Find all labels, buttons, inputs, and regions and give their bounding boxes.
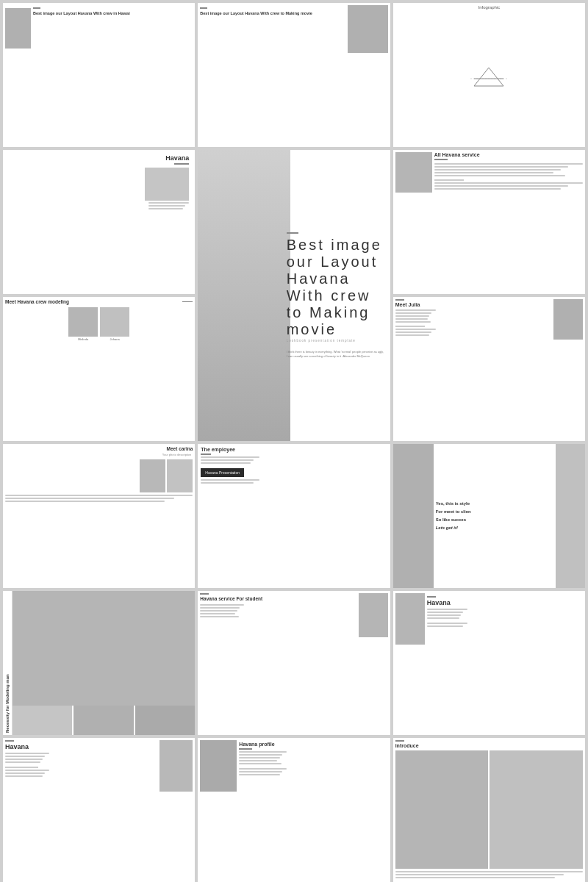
- slide-best-image-hawai: Best image our Layout Havana With crew i…: [3, 3, 195, 147]
- svg-line-2: [489, 68, 503, 86]
- slide-title: Meet Julia: [395, 302, 551, 307]
- slide-title: All Havana service: [434, 152, 583, 157]
- slide-meet-julia: Meet Julia: [393, 297, 585, 441]
- slide-lines: Yes, this is style For meet to clien So …: [436, 500, 553, 531]
- slide-havana-text: Havana: [3, 738, 195, 882]
- slide-title: Meet Havana crew modeling: [5, 299, 182, 304]
- slide-havana-profile: Havana profile: [198, 738, 390, 882]
- slide-title: Havana: [5, 743, 157, 750]
- havana-quote: I think there is beauty in everything. W…: [287, 350, 384, 359]
- slide-title: Best image our Layout Havana With crew t…: [200, 10, 345, 16]
- name-melinda: Melinda: [68, 337, 98, 341]
- slide-title: The employee: [201, 447, 387, 452]
- havana-title: Best image our Layout Havana With crew t…: [287, 237, 384, 338]
- slide-label: Infographic: [395, 5, 583, 10]
- slide-infographic: Infographic: [393, 3, 585, 147]
- name-johana: Johana: [100, 337, 129, 341]
- slide-havana-main: Best image our Layout Havana With crew t…: [198, 150, 390, 441]
- slide-meet-carina: Meet carina Your photo description: [3, 444, 195, 588]
- svg-line-1: [474, 68, 489, 86]
- slide-title: Havana: [427, 599, 467, 606]
- slide-the-employee: The employee Havana Presentation: [198, 444, 390, 588]
- slide-title: Havana profile: [239, 742, 387, 747]
- person-photo: [198, 150, 290, 441]
- slide-yes-style: Yes, this is style For meet to clien So …: [393, 444, 585, 588]
- slide-title: Best image our Layout Havana With crew i…: [33, 10, 130, 16]
- slide-title: Meet carina: [167, 446, 193, 451]
- slide-meet-havana-crew: Meet Havana crew modeling Melinda Johana: [3, 297, 195, 441]
- infographic-svg: [467, 64, 511, 93]
- slide-introduce: introduce: [393, 738, 585, 882]
- slide-havana-person-sm: Havana: [393, 591, 585, 735]
- slide-best-image-movie: Best image our Layout Havana With crew t…: [198, 3, 390, 147]
- slide-title: Havana service For student: [200, 596, 356, 601]
- slide-title: introduce: [395, 743, 583, 748]
- button-label: Havana Presentation: [205, 470, 240, 475]
- havana-subtitle: Lookbook presentation template: [287, 339, 384, 343]
- slide-necessity-modeling: Necessity for Modeling man: [3, 591, 195, 735]
- slide-subtitle: Your photo description: [162, 453, 192, 456]
- slide-havana-header: Havana: [3, 150, 195, 294]
- slide-title: Havana: [165, 154, 189, 162]
- slides-grid: Best image our Layout Havana With crew i…: [0, 0, 588, 882]
- rotated-title: Necessity for Modeling man: [3, 591, 12, 735]
- slide-all-havana-service: All Havana service: [393, 150, 585, 294]
- slide-havana-service-student: Havana service For student: [198, 591, 390, 735]
